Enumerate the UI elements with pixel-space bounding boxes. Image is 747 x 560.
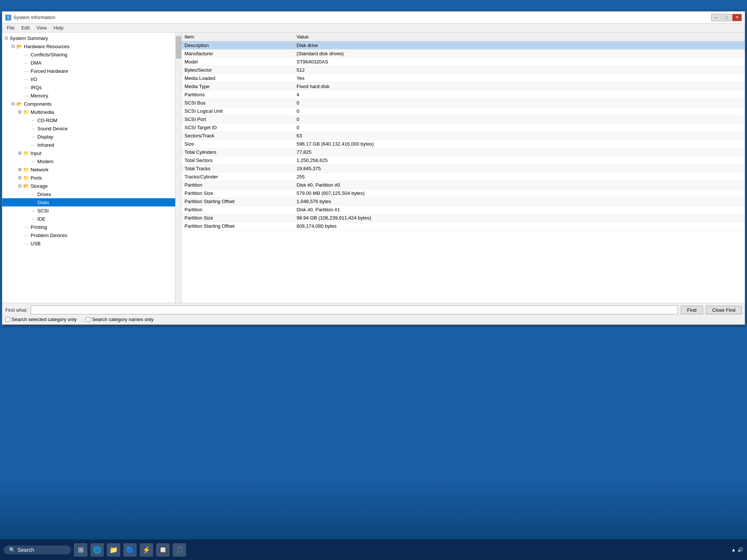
find-button[interactable]: Find	[681, 306, 703, 314]
tree-item-printing[interactable]: ─Printing	[2, 223, 181, 231]
table-row[interactable]: Media LoadedYes	[182, 74, 745, 83]
table-row[interactable]: Media TypeFixed hard disk	[182, 83, 745, 91]
tree-expander-ports[interactable]	[17, 175, 22, 180]
taskbar-folder-icon[interactable]: 📁	[107, 543, 120, 557]
taskbar-media-icon[interactable]: 🎵	[173, 543, 186, 557]
tree-item-input[interactable]: Input	[2, 149, 181, 157]
table-row[interactable]: Total Cylinders77,825	[182, 148, 745, 156]
tree-item-usb[interactable]: ─USB	[2, 239, 181, 248]
menu-help[interactable]: Help	[50, 24, 66, 31]
tree-expander-input[interactable]	[17, 150, 22, 156]
checkbox-selected-category-label: Search selected category only	[12, 317, 77, 322]
tree-item-ide[interactable]: ─IDE	[2, 215, 181, 223]
table-row[interactable]: Partition Starting Offset608,174,080 byt…	[182, 222, 745, 230]
tree-label-hardware-resources: Hardware Resources	[24, 44, 69, 49]
taskbar-globe-icon[interactable]: 🌐	[90, 543, 104, 557]
tree-item-dma[interactable]: ─DMA	[2, 59, 181, 67]
tree-item-network[interactable]: Network	[2, 165, 181, 174]
tree-item-problem-devices[interactable]: ─Problem Devices	[2, 231, 181, 239]
tree-item-drives[interactable]: ─Drives	[2, 190, 181, 198]
table-row[interactable]: Partition Size579.00 MB (607,125,504 byt…	[182, 189, 745, 197]
table-row[interactable]: Sectors/Track63	[182, 132, 745, 140]
table-row[interactable]: SCSI Target ID0	[182, 124, 745, 132]
taskbar-right: ▲ 🔊	[731, 547, 743, 553]
tree-expander-network[interactable]	[17, 167, 22, 172]
taskbar-store-icon[interactable]: ⚡	[140, 543, 153, 557]
tree-label-problem-devices: Problem Devices	[31, 233, 67, 238]
detail-value-cell: Yes	[294, 74, 745, 83]
table-row[interactable]: SCSI Logical Unit0	[182, 107, 745, 115]
tree-item-irqs[interactable]: ─IRQs	[2, 83, 181, 91]
close-button[interactable]: ✕	[732, 14, 742, 21]
table-row[interactable]: Partition Size98.94 GB (106,239,911,424 …	[182, 214, 745, 222]
table-row[interactable]: SCSI Port0	[182, 115, 745, 124]
detail-item-cell: Description	[182, 41, 294, 50]
table-row[interactable]: Partition Starting Offset1,048,576 bytes	[182, 197, 745, 206]
tree-label-forced-hardware: Forced Hardware	[31, 68, 68, 74]
tree-item-disks[interactable]: Disks	[2, 198, 181, 206]
detail-panel: Item Value DescriptionDisk driveManufact…	[182, 32, 745, 303]
table-row[interactable]: Tracks/Cylinder255	[182, 173, 745, 181]
menu-edit[interactable]: Edit	[18, 24, 32, 31]
tree-item-display[interactable]: ─Display	[2, 133, 181, 141]
tree-expander-storage[interactable]	[17, 183, 22, 189]
find-what-input[interactable]	[31, 305, 678, 314]
desktop: ℹ System Information ─ □ ✕ File Edit Vie…	[0, 0, 747, 560]
menu-view[interactable]: View	[33, 24, 50, 31]
tree-label-display: Display	[37, 134, 53, 140]
tree-item-io[interactable]: ─I/O	[2, 75, 181, 83]
menu-file[interactable]: File	[4, 24, 18, 31]
tree-item-scsi[interactable]: ─SCSI	[2, 206, 181, 215]
table-row[interactable]: Size596.17 GB (640,132,416,000 bytes)	[182, 140, 745, 148]
maximize-button[interactable]: □	[722, 14, 731, 21]
tree-expander-hardware-resources[interactable]	[10, 44, 16, 49]
tree-item-cd-rom[interactable]: ─CD-ROM	[2, 116, 181, 124]
tree-scrollbar[interactable]	[175, 32, 181, 303]
detail-value-cell: Fixed hard disk	[294, 83, 745, 91]
table-row[interactable]: Manufacturer(Standard disk drives)	[182, 50, 745, 58]
tree-item-components[interactable]: Components	[2, 100, 181, 108]
table-row[interactable]: PartitionDisk #0, Partition #0	[182, 181, 745, 189]
taskbar-app-icon[interactable]: 🔲	[156, 543, 170, 557]
taskbar-start-icon[interactable]: ⊞	[74, 543, 87, 557]
tree-item-infrared[interactable]: ─Infrared	[2, 141, 181, 149]
tree-item-multimedia[interactable]: Multimedia	[2, 108, 181, 116]
table-row[interactable]: Total Sectors1,250,258,625	[182, 156, 745, 165]
table-row[interactable]: Total Tracks19,845,375	[182, 165, 745, 173]
close-find-button[interactable]: Close Find	[706, 306, 742, 314]
tree-item-system-summary[interactable]: System Summary	[2, 34, 181, 42]
table-row[interactable]: PartitionDisk #0, Partition #1	[182, 206, 745, 214]
tree-expander-system-summary[interactable]	[4, 35, 9, 41]
tree-item-ports[interactable]: Ports	[2, 174, 181, 182]
checkbox-selected-category[interactable]	[5, 317, 10, 322]
tree-item-hardware-resources[interactable]: Hardware Resources	[2, 42, 181, 50]
column-header-value: Value	[294, 32, 745, 41]
tree-item-storage[interactable]: Storage	[2, 182, 181, 190]
table-row[interactable]: Partitions4	[182, 91, 745, 99]
tree-item-conflicts-sharing[interactable]: ─Conflicts/Sharing	[2, 50, 181, 59]
menu-bar: File Edit View Help	[2, 24, 745, 32]
tree-item-forced-hardware[interactable]: ─Forced Hardware	[2, 67, 181, 75]
table-row[interactable]: Bytes/Sector512	[182, 66, 745, 74]
tree-expander-modem	[24, 159, 29, 164]
table-row[interactable]: SCSI Bus0	[182, 99, 745, 107]
system-tray: ▲ 🔊	[731, 547, 743, 553]
table-row[interactable]: DescriptionDisk drive	[182, 41, 745, 50]
table-row[interactable]: ModelST9640320AS	[182, 58, 745, 66]
detail-value-cell: 0	[294, 107, 745, 115]
taskbar-search[interactable]: 🔍 Search	[4, 545, 71, 554]
tree-item-memory[interactable]: ─Memory	[2, 91, 181, 100]
tree-expander-components[interactable]	[10, 101, 16, 106]
checkbox-category-names[interactable]	[86, 317, 90, 322]
detail-value-cell: 512	[294, 66, 745, 74]
tree-scroll-thumb[interactable]	[176, 36, 181, 59]
minimize-button[interactable]: ─	[711, 14, 721, 21]
tree-expander-display	[24, 134, 29, 139]
find-row-input: Find what: Find Close Find	[5, 305, 742, 314]
find-bar: Find what: Find Close Find Search select…	[2, 303, 745, 324]
tree-expander-printing	[17, 224, 22, 230]
tree-item-modem[interactable]: ─Modem	[2, 157, 181, 165]
tree-item-sound-device[interactable]: ─Sound Device	[2, 124, 181, 133]
taskbar-browser-icon[interactable]: 🔵	[123, 543, 137, 557]
tree-expander-multimedia[interactable]	[17, 109, 22, 115]
